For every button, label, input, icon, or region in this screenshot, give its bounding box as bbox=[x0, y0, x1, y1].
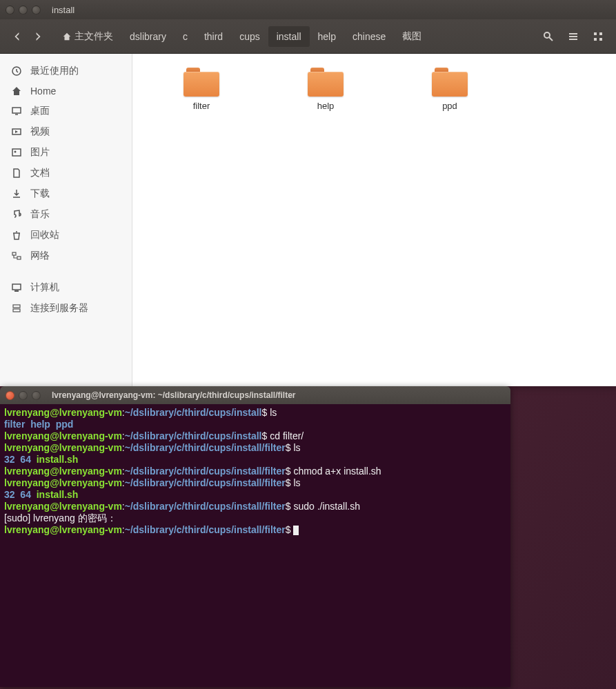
close-icon[interactable] bbox=[6, 6, 14, 14]
breadcrumb: 主文件夹dslibrarycthirdcupsinstallhelpchines… bbox=[54, 26, 537, 47]
svg-rect-15 bbox=[12, 252, 16, 255]
sidebar-item[interactable]: 网络 bbox=[0, 246, 132, 266]
sidebar-item[interactable]: 连接到服务器 bbox=[0, 298, 132, 319]
folder-item[interactable]: ppd bbox=[422, 68, 477, 111]
sidebar-item-label: 连接到服务器 bbox=[30, 302, 88, 314]
folder-item[interactable]: help bbox=[298, 68, 353, 111]
back-button[interactable] bbox=[7, 26, 28, 47]
terminal-line: lvrenyang@lvrenyang-vm:~/dslibrary/c/thi… bbox=[4, 442, 506, 454]
terminal-line: lvrenyang@lvrenyang-vm:~/dslibrary/c/thi… bbox=[4, 501, 506, 512]
download-icon bbox=[11, 188, 22, 199]
video-icon bbox=[11, 126, 22, 137]
breadcrumb-item[interactable]: c bbox=[175, 26, 196, 47]
maximize-icon[interactable] bbox=[32, 391, 41, 400]
folder-label: ppd bbox=[442, 101, 457, 111]
svg-rect-4 bbox=[569, 39, 577, 40]
svg-rect-18 bbox=[14, 290, 19, 292]
sidebar-item[interactable]: 音乐 bbox=[0, 204, 132, 225]
sidebar-item-label: 下载 bbox=[30, 188, 50, 200]
terminal-line: 32 64 install.sh bbox=[4, 489, 506, 501]
doc-icon bbox=[11, 168, 22, 179]
svg-rect-10 bbox=[12, 108, 21, 113]
breadcrumb-label: c bbox=[183, 31, 188, 42]
breadcrumb-label: dslibrary bbox=[130, 31, 166, 42]
breadcrumb-item[interactable]: 截图 bbox=[394, 26, 430, 47]
breadcrumb-item[interactable]: 主文件夹 bbox=[54, 26, 121, 47]
sidebar-item[interactable]: 文档 bbox=[0, 163, 132, 183]
sidebar-item[interactable]: 图片 bbox=[0, 142, 132, 163]
clock-icon bbox=[11, 66, 22, 77]
sidebar-item-label: Home bbox=[30, 86, 56, 97]
svg-rect-17 bbox=[12, 284, 21, 290]
music-icon bbox=[11, 209, 22, 220]
svg-line-1 bbox=[549, 37, 553, 41]
breadcrumb-label: 截图 bbox=[402, 30, 421, 43]
sidebar-item-label: 回收站 bbox=[30, 229, 59, 241]
sidebar: 最近使用的Home桌面视频图片文档下载音乐回收站网络计算机连接到服务器 bbox=[0, 54, 132, 386]
network-icon bbox=[11, 250, 22, 261]
terminal-line: lvrenyang@lvrenyang-vm:~/dslibrary/c/thi… bbox=[4, 430, 506, 442]
sidebar-item-label: 网络 bbox=[30, 250, 50, 262]
svg-rect-16 bbox=[17, 257, 21, 259]
minimize-icon[interactable] bbox=[19, 6, 28, 14]
folder-icon bbox=[183, 68, 219, 97]
sidebar-item[interactable]: 视频 bbox=[0, 121, 132, 142]
grid-view-button[interactable] bbox=[587, 26, 609, 47]
server-icon bbox=[11, 303, 22, 314]
file-manager-window: install 主文件夹dslibrarycthirdcupsinstallhe… bbox=[0, 0, 616, 386]
terminal-line: [sudo] lvrenyang 的密码： bbox=[4, 512, 506, 524]
terminal-titlebar[interactable]: lvrenyang@lvrenyang-vm: ~/dslibrary/c/th… bbox=[0, 386, 510, 404]
window-title: install bbox=[52, 5, 74, 15]
breadcrumb-item[interactable]: dslibrary bbox=[121, 26, 175, 47]
toolbar: 主文件夹dslibrarycthirdcupsinstallhelpchines… bbox=[0, 19, 616, 54]
sidebar-item-label: 计算机 bbox=[30, 281, 59, 294]
sidebar-item[interactable]: 回收站 bbox=[0, 225, 132, 246]
breadcrumb-item[interactable]: install bbox=[268, 26, 310, 47]
svg-rect-20 bbox=[13, 309, 20, 312]
svg-rect-2 bbox=[569, 33, 577, 34]
sidebar-item-label: 最近使用的 bbox=[30, 65, 79, 77]
sidebar-item[interactable]: 计算机 bbox=[0, 277, 132, 298]
folder-content[interactable]: filterhelpppd bbox=[132, 54, 616, 386]
image-icon bbox=[11, 147, 22, 158]
breadcrumb-label: help bbox=[318, 31, 336, 42]
sidebar-item-label: 音乐 bbox=[30, 208, 50, 221]
breadcrumb-item[interactable]: chinese bbox=[344, 26, 394, 47]
svg-rect-7 bbox=[594, 38, 597, 41]
breadcrumb-item[interactable]: third bbox=[196, 26, 231, 47]
folder-label: filter bbox=[193, 101, 210, 111]
folder-item[interactable]: filter bbox=[174, 68, 229, 111]
breadcrumb-label: chinese bbox=[352, 31, 386, 42]
breadcrumb-label: install bbox=[277, 31, 301, 42]
titlebar[interactable]: install bbox=[0, 0, 616, 19]
home-icon bbox=[11, 86, 22, 97]
minimize-icon[interactable] bbox=[19, 391, 28, 400]
close-icon[interactable] bbox=[6, 391, 14, 400]
terminal-line: filter help ppd bbox=[4, 419, 506, 430]
folder-label: help bbox=[317, 101, 335, 111]
sidebar-item-label: 视频 bbox=[30, 126, 50, 138]
maximize-icon[interactable] bbox=[32, 6, 41, 14]
sidebar-item[interactable]: 下载 bbox=[0, 183, 132, 204]
svg-rect-13 bbox=[12, 149, 21, 156]
sidebar-item[interactable]: 最近使用的 bbox=[0, 61, 132, 81]
sidebar-item[interactable]: Home bbox=[0, 81, 132, 101]
terminal-line: lvrenyang@lvrenyang-vm:~/dslibrary/c/thi… bbox=[4, 524, 506, 536]
cursor bbox=[293, 526, 299, 535]
search-button[interactable] bbox=[537, 26, 559, 47]
computer-icon bbox=[11, 282, 22, 293]
breadcrumb-item[interactable]: cups bbox=[231, 26, 268, 47]
forward-button[interactable] bbox=[28, 26, 48, 47]
svg-rect-5 bbox=[594, 32, 597, 35]
sidebar-item[interactable]: 桌面 bbox=[0, 101, 132, 121]
home-icon bbox=[62, 32, 72, 41]
svg-rect-19 bbox=[13, 305, 20, 308]
svg-rect-8 bbox=[599, 38, 602, 41]
terminal-line: 32 64 install.sh bbox=[4, 454, 506, 466]
sidebar-item-label: 文档 bbox=[30, 167, 50, 179]
terminal-window: lvrenyang@lvrenyang-vm: ~/dslibrary/c/th… bbox=[0, 386, 510, 687]
list-view-button[interactable] bbox=[562, 26, 584, 47]
terminal-body[interactable]: lvrenyang@lvrenyang-vm:~/dslibrary/c/thi… bbox=[0, 404, 510, 687]
breadcrumb-item[interactable]: help bbox=[310, 26, 344, 47]
svg-rect-3 bbox=[569, 36, 577, 37]
